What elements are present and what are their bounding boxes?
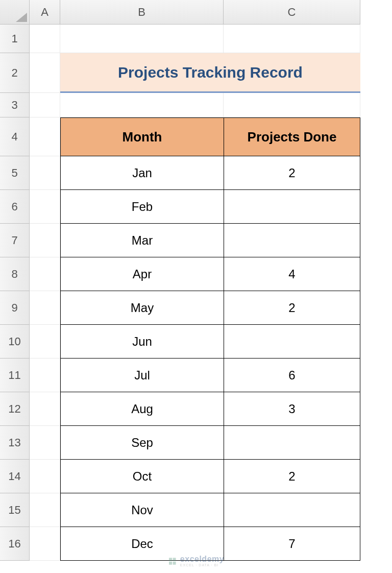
cell-a9[interactable] [30, 291, 60, 325]
table-row-value[interactable] [224, 224, 360, 257]
row-header-2[interactable]: 2 [0, 53, 30, 93]
row-header-3[interactable]: 3 [0, 93, 30, 117]
table-row-month[interactable]: Mar [60, 224, 224, 257]
row-header-6[interactable]: 6 [0, 190, 30, 224]
cell-b1[interactable] [60, 25, 224, 53]
cell-a6[interactable] [30, 190, 60, 224]
page-title[interactable]: Projects Tracking Record [60, 53, 360, 93]
table-row-value[interactable]: 4 [224, 257, 360, 291]
cell-a11[interactable] [30, 359, 60, 392]
cell-a13[interactable] [30, 426, 60, 460]
row-header-14[interactable]: 14 [0, 460, 30, 493]
table-row-value[interactable] [224, 426, 360, 460]
cell-b3[interactable] [60, 93, 224, 117]
row-header-9[interactable]: 9 [0, 291, 30, 325]
cell-a4[interactable] [30, 117, 60, 156]
table-row-value[interactable]: 6 [224, 359, 360, 392]
col-header-b[interactable]: B [60, 0, 224, 25]
table-row-value[interactable]: 2 [224, 156, 360, 190]
table-row-month[interactable]: Jul [60, 359, 224, 392]
row-header-13[interactable]: 13 [0, 426, 30, 460]
table-header-month[interactable]: Month [60, 117, 224, 156]
cell-a16[interactable] [30, 527, 60, 561]
cell-a10[interactable] [30, 325, 60, 359]
row-header-15[interactable]: 15 [0, 493, 30, 527]
spreadsheet-grid: A B C 1 2 Projects Tracking Record 3 4 M… [0, 0, 392, 561]
table-row-month[interactable]: Oct [60, 460, 224, 493]
row-header-4[interactable]: 4 [0, 117, 30, 156]
cell-a3[interactable] [30, 93, 60, 117]
watermark: exceldemy EXCEL · DATA · BI [168, 555, 224, 567]
watermark-main: exceldemy [180, 555, 224, 563]
watermark-sub: EXCEL · DATA · BI [180, 563, 224, 567]
cell-a14[interactable] [30, 460, 60, 493]
cell-a8[interactable] [30, 257, 60, 291]
table-row-month[interactable]: May [60, 291, 224, 325]
table-row-month[interactable]: Nov [60, 493, 224, 527]
table-row-month[interactable]: Sep [60, 426, 224, 460]
cell-c1[interactable] [224, 25, 360, 53]
row-header-10[interactable]: 10 [0, 325, 30, 359]
cell-a15[interactable] [30, 493, 60, 527]
row-header-16[interactable]: 16 [0, 527, 30, 561]
table-row-month[interactable]: Apr [60, 257, 224, 291]
row-header-12[interactable]: 12 [0, 392, 30, 426]
table-row-value[interactable] [224, 493, 360, 527]
table-row-value[interactable]: 2 [224, 460, 360, 493]
table-row-value[interactable]: 3 [224, 392, 360, 426]
col-header-a[interactable]: A [30, 0, 60, 25]
cell-a12[interactable] [30, 392, 60, 426]
cell-c3[interactable] [224, 93, 360, 117]
row-header-11[interactable]: 11 [0, 359, 30, 392]
table-row-value[interactable]: 2 [224, 291, 360, 325]
cell-a5[interactable] [30, 156, 60, 190]
row-header-8[interactable]: 8 [0, 257, 30, 291]
select-all-corner[interactable] [0, 0, 30, 25]
cell-a2[interactable] [30, 53, 60, 93]
row-header-7[interactable]: 7 [0, 224, 30, 257]
table-row-value[interactable] [224, 325, 360, 359]
table-row-month[interactable]: Jan [60, 156, 224, 190]
table-row-month[interactable]: Aug [60, 392, 224, 426]
table-row-value[interactable]: 7 [224, 527, 360, 561]
table-row-value[interactable] [224, 190, 360, 224]
cell-a1[interactable] [30, 25, 60, 53]
table-header-projects[interactable]: Projects Done [224, 117, 360, 156]
table-row-month[interactable]: Jun [60, 325, 224, 359]
table-row-month[interactable]: Feb [60, 190, 224, 224]
cell-a7[interactable] [30, 224, 60, 257]
logo-icon [168, 557, 177, 566]
row-header-5[interactable]: 5 [0, 156, 30, 190]
col-header-c[interactable]: C [224, 0, 360, 25]
row-header-1[interactable]: 1 [0, 25, 30, 53]
